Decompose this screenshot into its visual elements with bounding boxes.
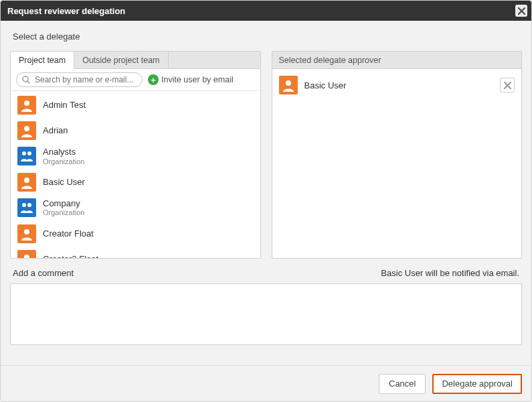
- list-item[interactable]: Creator Float: [11, 221, 260, 247]
- delegate-approval-button[interactable]: Delegate approval: [432, 374, 522, 394]
- remove-selected-button[interactable]: [500, 78, 515, 92]
- svg-point-6: [24, 178, 29, 183]
- search-input-wrapper[interactable]: [16, 72, 143, 87]
- dialog-title: Request reviewer delegation: [7, 6, 125, 16]
- list-item-name: Analysts: [43, 147, 84, 157]
- list-item-name: Admin Test: [43, 100, 86, 111]
- search-icon: [22, 76, 30, 84]
- selected-list: Basic User: [272, 69, 522, 101]
- comment-textarea[interactable]: [10, 283, 522, 345]
- list-item[interactable]: Adrian: [11, 118, 260, 143]
- list-item-name: Company: [43, 198, 84, 209]
- search-input[interactable]: [33, 74, 137, 85]
- delegation-dialog: Request reviewer delegation Select a del…: [0, 0, 532, 402]
- dialog-footer: Cancel Delegate approval: [1, 365, 531, 401]
- list-item-name: Adrian: [43, 125, 68, 136]
- dialog-subtitle: Select a delegate: [13, 31, 522, 42]
- user-avatar-icon: [17, 121, 36, 140]
- list-item-labels: Creator2 Float: [43, 254, 98, 258]
- user-avatar-icon: [17, 173, 36, 192]
- panels: Project team Outside project team + Invi…: [10, 51, 522, 259]
- list-item[interactable]: Basic User: [11, 170, 260, 195]
- list-item[interactable]: AnalystsOrganization: [11, 143, 260, 170]
- dialog-body: Select a delegate Project team Outside p…: [1, 21, 531, 365]
- list-item[interactable]: Admin Test: [11, 92, 260, 118]
- org-avatar-icon: [17, 147, 36, 165]
- list-item-labels: Creator Float: [43, 228, 94, 239]
- list-item[interactable]: Creator2 Float: [11, 247, 260, 258]
- candidates-list[interactable]: Admin TestAdrianAnalystsOrganizationBasi…: [11, 91, 260, 258]
- list-item-labels: Basic User: [43, 177, 85, 188]
- user-avatar-icon: [17, 250, 36, 258]
- svg-line-1: [27, 81, 29, 83]
- remove-icon: [504, 82, 511, 89]
- cancel-button[interactable]: Cancel: [379, 374, 426, 394]
- tabs: Project team Outside project team: [11, 52, 260, 69]
- svg-point-3: [24, 126, 29, 131]
- comment-row-header: Add a comment Basic User will be notifie…: [13, 268, 519, 278]
- user-avatar-icon: [279, 76, 298, 94]
- org-avatar-icon: [17, 198, 36, 217]
- candidates-list-wrap: Admin TestAdrianAnalystsOrganizationBasi…: [11, 91, 260, 258]
- list-item[interactable]: CompanyOrganization: [11, 195, 260, 221]
- svg-point-7: [22, 203, 26, 207]
- svg-point-5: [27, 151, 31, 155]
- svg-point-9: [24, 229, 29, 234]
- list-item-name: Creator Float: [43, 228, 94, 239]
- list-item-labels: AnalystsOrganization: [43, 147, 84, 166]
- close-button[interactable]: [515, 5, 527, 17]
- svg-point-2: [24, 100, 29, 106]
- list-item-subtext: Organization: [43, 157, 84, 166]
- user-avatar-icon: [17, 96, 36, 115]
- svg-point-4: [22, 151, 26, 155]
- dialog-titlebar: Request reviewer delegation: [1, 1, 531, 21]
- invite-user-label: Invite user by email: [161, 75, 234, 84]
- tab-project-team[interactable]: Project team: [11, 52, 74, 69]
- selected-panel-header: Selected delegate approver: [272, 52, 522, 69]
- list-item-name: Creator2 Float: [43, 254, 98, 258]
- candidates-toolbar: + Invite user by email: [11, 69, 260, 91]
- close-icon: [518, 7, 525, 15]
- tab-outside-project-team[interactable]: Outside project team: [74, 52, 168, 68]
- invite-user-link[interactable]: + Invite user by email: [148, 74, 234, 85]
- list-item-labels: Adrian: [43, 125, 68, 136]
- plus-circle-icon: +: [148, 74, 159, 85]
- list-item-subtext: Organization: [43, 208, 84, 217]
- user-avatar-icon: [17, 224, 36, 243]
- list-item-labels: CompanyOrganization: [43, 198, 84, 218]
- notify-text: Basic User will be notified via email.: [381, 268, 519, 278]
- comment-label: Add a comment: [13, 268, 74, 278]
- svg-point-10: [24, 255, 29, 258]
- selected-panel: Selected delegate approver Basic User: [272, 51, 523, 259]
- selected-item: Basic User: [272, 73, 522, 97]
- svg-point-11: [286, 80, 291, 86]
- list-item-name: Basic User: [43, 177, 85, 188]
- selected-item-name: Basic User: [304, 80, 347, 90]
- list-item-labels: Admin Test: [43, 100, 86, 111]
- candidates-panel: Project team Outside project team + Invi…: [10, 51, 261, 259]
- svg-point-8: [27, 203, 31, 207]
